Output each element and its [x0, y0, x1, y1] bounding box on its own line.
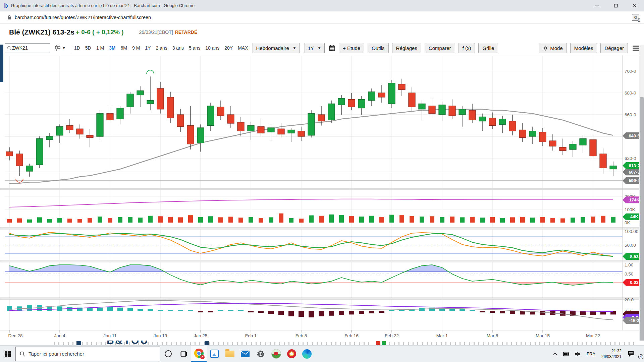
photos-icon — [210, 350, 219, 358]
windows-taskbar: Taper ici pour rechercher e — [0, 345, 644, 362]
frequency-select[interactable]: Hebdomadaire ▼ — [253, 43, 300, 53]
outils-button[interactable]: Outils — [368, 43, 388, 53]
svg-text:0.03: 0.03 — [630, 280, 638, 285]
svg-text:607-3: 607-3 — [629, 170, 640, 175]
taskbar-chrome-button[interactable]: e — [191, 346, 207, 362]
browser-titlebar: b Graphique interactif des contrats à te… — [0, 0, 644, 11]
f-x-button[interactable]: f (x) — [459, 43, 475, 53]
symbol-search[interactable] — [5, 43, 50, 53]
svg-text:Mar 22: Mar 22 — [586, 333, 600, 338]
svg-text:640-6: 640-6 — [629, 133, 640, 138]
tray-expand-button[interactable] — [550, 346, 560, 362]
svg-text:-15-3: -15-3 — [629, 318, 639, 323]
notification-count-badge: 4 — [638, 354, 643, 359]
minimize-button[interactable] — [588, 0, 606, 11]
taskbar-edge-button[interactable] — [299, 346, 315, 362]
svg-text:599-4: 599-4 — [629, 178, 640, 183]
task-view-button[interactable] — [176, 346, 191, 362]
svg-text:Dec 28: Dec 28 — [8, 333, 23, 338]
etude-button[interactable]: + Etude — [339, 43, 364, 53]
delayed-badge: RETARDÉ — [175, 29, 198, 35]
range-link-max[interactable]: MAX — [238, 45, 248, 51]
range-link-10-ans[interactable]: 10 ans — [205, 45, 219, 51]
chart-area[interactable]: 700-0680-0660-0620-0200K100K0K100.0050.0… — [0, 55, 644, 341]
tray-time: 21:32 — [611, 349, 622, 353]
price-change: + 0-6 ( + 0,12% ) — [76, 28, 124, 36]
range-link-6m[interactable]: 6M — [121, 45, 127, 51]
models-button[interactable]: Modèles — [570, 43, 597, 53]
taskbar-red-app-button[interactable] — [284, 346, 299, 362]
tray-language[interactable]: FRA — [584, 346, 598, 362]
edge-icon — [302, 349, 312, 359]
cortana-button[interactable] — [160, 346, 176, 362]
background-ticks — [54, 342, 369, 345]
chart-type-selector[interactable]: ▼ — [54, 45, 66, 51]
range-link-2-ans[interactable]: 2 ans — [156, 45, 167, 51]
taskbar-settings-button[interactable] — [253, 346, 268, 362]
folder-icon — [225, 351, 234, 357]
range-select[interactable]: 1Y ▼ — [305, 43, 325, 53]
symbol-input[interactable] — [11, 45, 43, 51]
taskbar-mail-button[interactable] — [237, 346, 253, 362]
chevron-down-icon: ▼ — [317, 46, 321, 50]
background-text: B&TOU — [107, 341, 149, 345]
exchange-label: [CBOT] — [157, 29, 173, 35]
range-link-5d[interactable]: 5D — [85, 45, 91, 51]
chart-canvas[interactable]: 700-0680-0660-0620-0200K100K0K100.0050.0… — [0, 55, 644, 341]
quote-header: Blé (ZWK21) 613-2s + 0-6 ( + 0,12% ) 26/… — [0, 23, 644, 41]
range-link-5-ans[interactable]: 5 ans — [189, 45, 200, 51]
tray-battery[interactable] — [560, 346, 572, 362]
taskbar-photos-button[interactable] — [207, 346, 222, 362]
maximize-button[interactable] — [606, 0, 625, 11]
mini-candle-red — [376, 341, 380, 345]
action-center-button[interactable]: 4 — [625, 346, 644, 362]
close-button[interactable] — [625, 0, 644, 11]
notification-icon — [628, 351, 634, 357]
mode-button[interactable]: Mode — [539, 43, 567, 53]
frequency-value: Hebdomadaire — [256, 45, 289, 51]
background-block — [205, 341, 209, 345]
range-link-1d[interactable]: 1D — [74, 45, 80, 51]
scrollbar-thumb[interactable] — [640, 97, 644, 345]
taskbar-search[interactable]: Taper ici pour rechercher — [15, 347, 160, 361]
cortana-icon — [165, 350, 172, 357]
page-scrollbar[interactable] — [639, 45, 644, 345]
grille-button[interactable]: Grille — [478, 43, 498, 53]
svg-text:Jan 4: Jan 4 — [54, 333, 65, 338]
taskbar-explorer-button[interactable] — [222, 346, 237, 362]
menu-icon[interactable] — [633, 45, 639, 52]
svg-text:50.00: 50.00 — [625, 243, 636, 248]
comparer-button[interactable]: Comparer — [425, 43, 455, 53]
svg-text:Mar 8: Mar 8 — [487, 333, 498, 338]
chart-toolbar: ▼ 1D5D1 M3M6M9 M1Y2 ans3 ans5 ans10 ans2… — [0, 41, 644, 55]
gear-icon — [257, 350, 265, 358]
taskbar-tractor-app-button[interactable] — [268, 346, 284, 362]
clear-button[interactable]: Dégager — [600, 43, 628, 53]
range-select-value: 1Y — [308, 45, 314, 51]
svg-text:0.50: 0.50 — [625, 272, 633, 277]
calendar-icon[interactable] — [329, 45, 335, 51]
windows-logo-icon — [5, 351, 11, 357]
range-link-20y[interactable]: 20Y — [224, 45, 233, 51]
range-link-1-m[interactable]: 1 M — [96, 45, 104, 51]
r-glages-button[interactable]: Réglages — [392, 43, 421, 53]
translate-icon[interactable]: Gx — [632, 14, 639, 21]
svg-text:Jan 19: Jan 19 — [154, 333, 167, 338]
address-bar[interactable]: barchart.com/futures/quotes/ZWK21/intera… — [0, 11, 644, 23]
svg-text:Mar 1: Mar 1 — [436, 333, 448, 338]
range-link-3-ans[interactable]: 3 ans — [172, 45, 184, 51]
range-link-3m[interactable]: 3M — [109, 45, 115, 51]
tray-clock[interactable]: 21:3226/03/2021 — [598, 346, 625, 362]
range-link-1y[interactable]: 1Y — [145, 45, 151, 51]
svg-text:8.53: 8.53 — [630, 254, 638, 259]
svg-text:Feb 16: Feb 16 — [344, 333, 359, 338]
tray-volume[interactable] — [572, 346, 584, 362]
mini-candle-green — [382, 341, 386, 345]
left-panel-edge — [0, 45, 3, 82]
svg-text:680-0: 680-0 — [625, 90, 636, 96]
range-link-9-m[interactable]: 9 M — [132, 45, 140, 51]
speaker-icon — [575, 352, 581, 356]
start-button[interactable] — [0, 346, 15, 362]
url-text[interactable]: barchart.com/futures/quotes/ZWK21/intera… — [15, 15, 632, 20]
lock-icon — [7, 15, 11, 20]
